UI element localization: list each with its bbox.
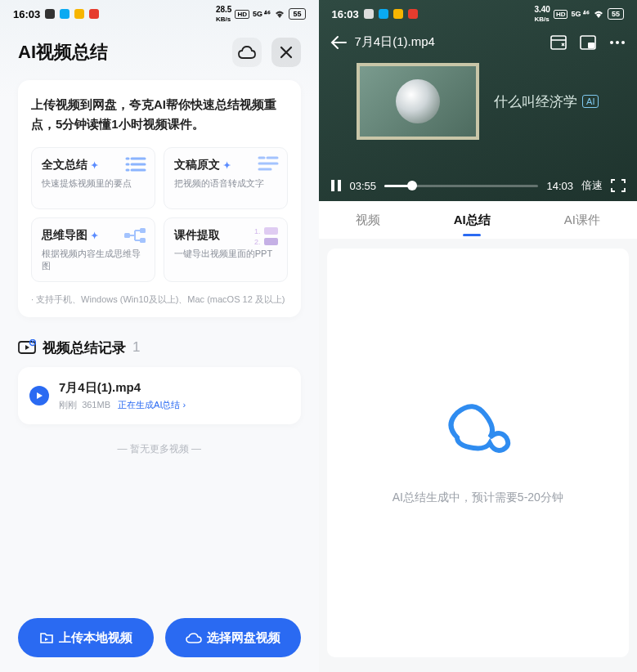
svg-rect-14: [264, 227, 278, 235]
app-indicator-icon: [74, 9, 84, 19]
app-indicator-icon: [89, 9, 99, 19]
svg-text:1.: 1.: [254, 227, 261, 235]
app-indicator-icon: [45, 9, 55, 19]
more-icon[interactable]: [609, 40, 626, 45]
ai-badge-icon: AI: [582, 95, 599, 108]
svg-text:2.: 2.: [254, 238, 261, 246]
lines-icon: [258, 156, 279, 171]
total-time: 14:03: [546, 180, 573, 192]
tab-ai-summary[interactable]: AI总结: [447, 204, 497, 236]
battery-icon: 55: [608, 8, 624, 20]
records-title: 视频总结记录: [43, 338, 126, 357]
globe-icon: [396, 79, 440, 123]
svg-point-23: [610, 41, 613, 44]
ppt-icon: 1.2.: [254, 226, 279, 246]
pause-button[interactable]: [330, 179, 342, 192]
loading-spinner-icon: [441, 401, 514, 458]
clock: 16:03: [332, 8, 359, 20]
select-cloud-button[interactable]: 选择网盘视频: [165, 618, 301, 657]
net-speed: 28.5KB/s: [216, 5, 231, 23]
speed-button[interactable]: 倍速: [581, 178, 603, 193]
feature-ppt-extract[interactable]: 课件提取 一键导出视频里面的PPT 1.2.: [164, 217, 288, 282]
feature-full-summary[interactable]: 全文总结✦ 快速提炼视频里的要点: [31, 147, 155, 209]
back-button[interactable]: [330, 35, 347, 50]
hd-icon: HD: [554, 10, 568, 19]
play-icon: [29, 386, 49, 405]
app-indicator-icon: [408, 9, 418, 19]
window-icon[interactable]: [550, 35, 567, 50]
current-time: 03:55: [350, 180, 377, 192]
svg-rect-12: [140, 238, 146, 243]
net-speed: 3.40KB/s: [534, 5, 550, 23]
app-indicator-icon: [364, 9, 374, 19]
record-filename: 7月4日(1).mp4: [59, 380, 289, 396]
svg-point-25: [621, 41, 625, 44]
feature-mindmap[interactable]: 思维导图✦ 根据视频内容生成思维导图: [31, 217, 155, 282]
hd-icon: HD: [235, 10, 249, 19]
cloud-button[interactable]: [232, 38, 262, 67]
wifi-icon: [593, 10, 604, 19]
content-pane: AI总结生成中，预计需要5-20分钟: [327, 249, 630, 657]
page-header: AI视频总结: [0, 28, 319, 80]
signal-5g-icon: 5G ⁴⁶: [253, 10, 271, 18]
clock: 16:03: [13, 8, 40, 20]
app-indicator-icon: [60, 9, 70, 19]
page-title: AI视频总结: [18, 40, 108, 65]
status-bar: 16:03 3.40KB/s HD 5G ⁴⁶ 55: [319, 0, 638, 28]
svg-rect-19: [551, 36, 566, 49]
close-button[interactable]: [271, 38, 301, 67]
battery-icon: 55: [289, 8, 305, 20]
app-indicator-icon: [393, 9, 403, 19]
video-filename: 7月4日(1).mp4: [355, 34, 435, 50]
tab-ai-courseware[interactable]: AI课件: [558, 204, 607, 236]
hero-text: 上传视频到网盘，夸克AI帮你快速总结视频重点，5分钟读懂1小时视频课件。: [31, 95, 288, 134]
video-thumbnail: [357, 63, 479, 140]
pip-icon[interactable]: [580, 35, 596, 50]
feature-transcript[interactable]: 文稿原文✦ 把视频的语音转成文字: [164, 147, 288, 209]
svg-rect-10: [124, 233, 130, 238]
no-more-text: — 暂无更多视频 —: [18, 442, 301, 456]
fullscreen-button[interactable]: [611, 179, 626, 192]
upload-local-button[interactable]: 上传本地视频: [18, 618, 154, 657]
cloud-icon: [186, 632, 202, 643]
records-icon: [18, 339, 36, 356]
folder-icon: [39, 631, 54, 644]
records-count: 1: [132, 339, 140, 356]
svg-rect-16: [264, 238, 278, 245]
tab-bar: 视频 AI总结 AI课件: [319, 201, 638, 239]
status-bar: 16:03 28.5KB/s HD 5G ⁴⁶ 55: [0, 0, 319, 28]
signal-5g-icon: 5G ⁴⁶: [571, 10, 590, 18]
svg-rect-22: [588, 43, 594, 48]
svg-rect-11: [140, 228, 146, 233]
svg-rect-27: [338, 180, 341, 191]
record-item[interactable]: 7月4日(1).mp4 刚刚 361MB 正在生成AI总结 ›: [18, 367, 301, 424]
progress-bar[interactable]: [384, 185, 538, 187]
mindmap-icon: [123, 226, 146, 244]
loading-text: AI总结生成中，预计需要5-20分钟: [393, 491, 563, 505]
svg-point-24: [616, 41, 619, 44]
support-note: · 支持手机、Windows (Win10及以上)、Mac (macOS 12 …: [31, 293, 288, 306]
intro-card: 上传视频到网盘，夸克AI帮你快速总结视频重点，5分钟读懂1小时视频课件。 全文总…: [18, 80, 301, 317]
svg-rect-26: [331, 180, 334, 191]
record-status: 正在生成AI总结 ›: [118, 400, 186, 410]
wifi-icon: [274, 10, 285, 19]
list-icon: [125, 156, 146, 172]
tab-video[interactable]: 视频: [349, 204, 387, 236]
video-overlay-title: 什么叫经济学 AI: [494, 92, 599, 111]
app-indicator-icon: [379, 9, 388, 19]
